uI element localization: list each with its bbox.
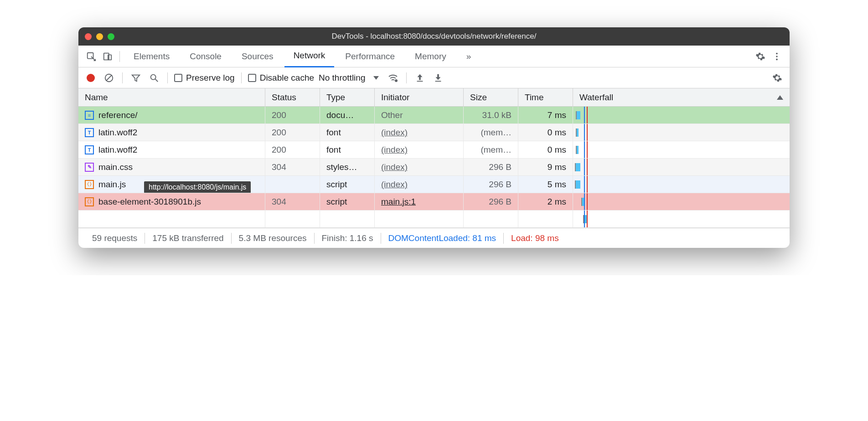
cell-type: docu… xyxy=(320,107,375,123)
request-name: latin.woff2 xyxy=(98,128,137,138)
cell-time: 7 ms xyxy=(518,107,573,123)
col-waterfall[interactable]: Waterfall xyxy=(573,88,790,106)
col-type[interactable]: Type xyxy=(320,88,375,106)
cell-waterfall xyxy=(573,176,790,193)
tab-elements[interactable]: Elements xyxy=(124,46,179,67)
cell-name: 〈〉 main.js http://localhost:8080/js/main… xyxy=(78,176,265,193)
cell-initiator[interactable]: (index) xyxy=(375,176,464,193)
cell-status: 304 xyxy=(265,159,320,175)
table-row[interactable]: 〈〉 base-element-3018901b.js 304 script m… xyxy=(78,193,790,210)
cell-name: ≡ reference/ xyxy=(78,107,265,123)
tab-memory[interactable]: Memory xyxy=(406,46,455,67)
table-row[interactable]: 〈〉 main.js http://localhost:8080/js/main… xyxy=(78,176,790,193)
cell-status: 200 xyxy=(265,141,320,158)
col-time[interactable]: Time xyxy=(518,88,573,106)
disable-cache-label: Disable cache xyxy=(260,73,314,83)
kebab-icon[interactable] xyxy=(770,49,784,64)
window-title: DevTools - localhost:8080/docs/devtools/… xyxy=(78,32,790,41)
request-table: ≡ reference/ 200 docu… Other 31.0 kB 7 m… xyxy=(78,107,790,228)
preserve-log-label: Preserve log xyxy=(186,73,235,83)
col-size[interactable]: Size xyxy=(464,88,518,106)
cell-status: 200 xyxy=(265,124,320,141)
cell-size: (mem… xyxy=(464,141,518,158)
status-requests: 59 requests xyxy=(85,233,145,243)
svg-line-9 xyxy=(155,79,158,82)
svg-rect-11 xyxy=(417,81,423,82)
request-name: main.js xyxy=(98,180,126,190)
status-transferred: 175 kB transferred xyxy=(145,233,231,243)
js-file-icon: 〈〉 xyxy=(85,180,94,189)
request-name: reference/ xyxy=(98,110,138,120)
chevron-down-icon xyxy=(373,76,379,80)
table-header: Name Status Type Initiator Size Time Wat… xyxy=(78,88,790,107)
table-row[interactable]: T latin.woff2 200 font (index) (mem… 0 m… xyxy=(78,124,790,141)
more-tabs[interactable]: » xyxy=(457,46,480,67)
svg-line-7 xyxy=(107,75,112,80)
disable-cache-checkbox[interactable]: Disable cache xyxy=(248,73,314,83)
font-file-icon: T xyxy=(85,145,94,154)
svg-point-4 xyxy=(776,56,778,57)
col-name[interactable]: Name xyxy=(78,88,265,106)
cell-waterfall xyxy=(573,159,790,175)
filter-icon[interactable] xyxy=(129,71,143,85)
cell-type: font xyxy=(320,124,375,141)
cell-size: 31.0 kB xyxy=(464,107,518,123)
cell-time: 2 ms xyxy=(518,193,573,210)
cell-time: 0 ms xyxy=(518,141,573,158)
close-icon[interactable] xyxy=(85,33,92,40)
tab-network[interactable]: Network xyxy=(284,46,335,67)
cell-name: T latin.woff2 xyxy=(78,124,265,141)
cell-waterfall xyxy=(573,141,790,158)
search-icon[interactable] xyxy=(147,71,161,85)
cell-time: 9 ms xyxy=(518,159,573,175)
device-toggle-icon[interactable] xyxy=(100,49,115,64)
tab-sources[interactable]: Sources xyxy=(232,46,283,67)
minimize-icon[interactable] xyxy=(96,33,103,40)
clear-icon[interactable] xyxy=(102,71,116,85)
cell-name: T latin.woff2 xyxy=(78,141,265,158)
titlebar: DevTools - localhost:8080/docs/devtools/… xyxy=(78,27,790,46)
table-row[interactable]: ≡ reference/ 200 docu… Other 31.0 kB 7 m… xyxy=(78,107,790,124)
tooltip: http://localhost:8080/js/main.js xyxy=(144,181,251,193)
doc-file-icon: ≡ xyxy=(85,111,94,120)
record-icon[interactable] xyxy=(84,71,98,85)
panel-settings-icon[interactable] xyxy=(770,71,784,85)
col-initiator[interactable]: Initiator xyxy=(375,88,464,106)
cell-type: script xyxy=(320,193,375,210)
cell-initiator[interactable]: (index) xyxy=(375,159,464,175)
status-load: Load: 98 ms xyxy=(504,233,566,243)
table-row[interactable]: T latin.woff2 200 font (index) (mem… 0 m… xyxy=(78,141,790,159)
svg-point-8 xyxy=(151,74,156,79)
traffic-lights xyxy=(85,33,114,40)
network-conditions-icon[interactable] xyxy=(386,71,400,85)
settings-icon[interactable] xyxy=(753,49,768,64)
cell-status: 304 xyxy=(265,193,320,210)
cell-waterfall xyxy=(573,210,790,227)
throttling-label: No throttling xyxy=(319,73,365,83)
table-row[interactable]: ✎ main.css 304 styles… (index) 296 B 9 m… xyxy=(78,159,790,176)
request-name: base-element-3018901b.js xyxy=(98,197,201,207)
download-icon[interactable] xyxy=(431,71,445,85)
sort-asc-icon xyxy=(777,95,783,100)
preserve-log-checkbox[interactable]: Preserve log xyxy=(174,73,235,83)
cell-time: 0 ms xyxy=(518,124,573,141)
tab-performance[interactable]: Performance xyxy=(336,46,404,67)
tab-console[interactable]: Console xyxy=(181,46,231,67)
maximize-icon[interactable] xyxy=(108,33,114,40)
cell-status xyxy=(265,176,320,193)
request-name: main.css xyxy=(98,162,133,172)
cell-initiator[interactable]: (index) xyxy=(375,124,464,141)
svg-rect-12 xyxy=(435,81,441,82)
cell-initiator[interactable]: main.js:1 xyxy=(375,193,464,210)
table-row xyxy=(78,210,790,228)
inspect-icon[interactable] xyxy=(84,49,98,64)
col-status[interactable]: Status xyxy=(265,88,320,106)
throttling-select[interactable]: No throttling xyxy=(319,73,382,83)
cell-size: 296 B xyxy=(464,176,518,193)
svg-point-5 xyxy=(776,58,778,60)
cell-waterfall xyxy=(573,124,790,141)
status-resources: 5.3 MB resources xyxy=(232,233,314,243)
cell-initiator[interactable]: (index) xyxy=(375,141,464,158)
upload-icon[interactable] xyxy=(413,71,427,85)
cell-status: 200 xyxy=(265,107,320,123)
